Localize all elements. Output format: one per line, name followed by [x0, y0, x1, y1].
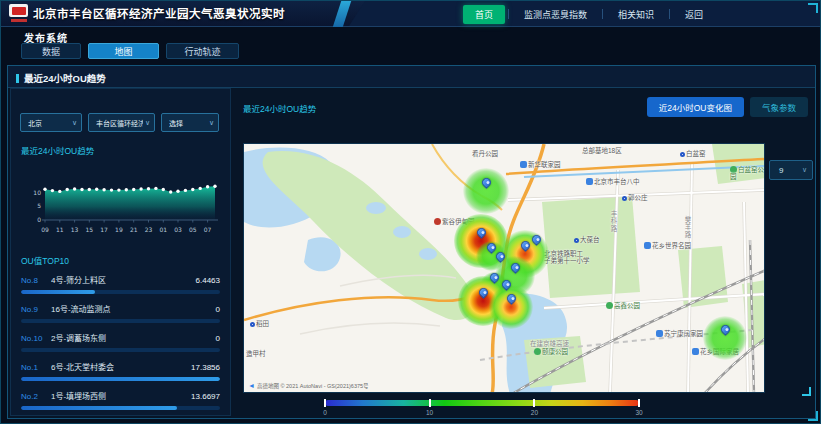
corner-accent-top-right — [808, 3, 818, 13]
bar-fill — [21, 406, 177, 410]
nav-item-2[interactable]: 监测点恶臭指数 — [512, 5, 599, 24]
park-icon — [730, 166, 737, 173]
park-icon — [606, 302, 613, 309]
map-label: 北京市丰台八中 — [586, 178, 640, 185]
map-label: 看丹公园 — [472, 150, 498, 157]
map-section-label: 最近24小时OU趋势 — [243, 102, 316, 114]
svg-text:05: 05 — [189, 226, 197, 233]
metro-station-icon — [574, 238, 579, 243]
map-label: 颐康公园 — [534, 348, 568, 355]
ou-value: 17.3856 — [191, 363, 220, 372]
poi-icon — [520, 161, 527, 168]
map-label: 新华联家园 — [520, 161, 561, 168]
poi-icon — [644, 242, 651, 249]
bar-track — [21, 377, 220, 381]
tab-2[interactable]: 地图 — [88, 43, 159, 59]
ou-value: 0 — [216, 305, 220, 314]
top10-list: No.84号-筛分上料区6.4463No.916号-流动监测点0No.102号-… — [21, 274, 220, 410]
map-label: 苏宁康阔家园 — [656, 330, 703, 337]
tab-1[interactable]: 数据 — [21, 43, 81, 59]
top10-item: No.84号-筛分上料区6.4463 — [21, 274, 220, 294]
poi-red-icon — [434, 218, 441, 225]
colorbar-gradient — [325, 400, 639, 406]
slant-divider — [333, 1, 351, 27]
rank-label: No.8 — [21, 276, 45, 285]
colorbar-tick-label: 10 — [426, 409, 433, 416]
trend-chart-wrap: 0510091113151719212301030507 — [17, 160, 230, 240]
bar-fill — [21, 290, 95, 294]
colorbar-tick-label: 0 — [323, 409, 327, 416]
site-name: 4号-筛分上料区 — [51, 274, 196, 285]
map-label: 白盆窑公园 — [730, 166, 764, 180]
map-label: 大葆台 — [574, 236, 600, 243]
poi-icon — [656, 330, 663, 337]
map-label: 总部基地18区 — [582, 147, 622, 154]
svg-text:21: 21 — [130, 226, 138, 233]
map-label: 稻田 — [250, 320, 269, 327]
site-name: 2号-调蓄场东侧 — [51, 332, 216, 343]
station-select[interactable]: 选择∨ — [161, 113, 219, 132]
park-select[interactable]: 丰台区循环经济产∨ — [88, 113, 155, 132]
heatmap-blob-green — [463, 168, 509, 214]
chevron-down-icon: ∨ — [802, 166, 807, 174]
heatmap-colorbar: 0102030 — [325, 400, 639, 420]
svg-text:17: 17 — [100, 226, 108, 233]
heatmap-blob-orange — [489, 285, 533, 329]
colorbar-tick-label: 30 — [635, 409, 642, 416]
rank-label: No.10 — [21, 334, 45, 343]
metro-station-icon — [250, 322, 255, 327]
heatmap-blob-green — [703, 316, 747, 360]
poi-icon — [692, 348, 699, 355]
bar-track — [21, 348, 220, 352]
ou-value: 0 — [216, 334, 220, 343]
region-select[interactable]: 北京∨ — [20, 113, 82, 132]
colorbar-tick — [429, 399, 431, 407]
corner-accent-bottom-right — [808, 411, 818, 421]
svg-text:03: 03 — [174, 226, 182, 233]
poi-icon — [586, 178, 593, 185]
nav-menu: 首页监测点恶臭指数相关知识返回 — [463, 4, 715, 24]
map-panel: 最近24小时OU趋势 近24小时OU变化图气象参数 — [233, 88, 813, 416]
site-name: 6号-北天堂村委会 — [51, 361, 191, 372]
nav-item-4[interactable]: 返回 — [673, 5, 715, 24]
metro-station-icon — [680, 152, 685, 157]
chevron-down-icon: ∨ — [145, 119, 150, 127]
top10-item: No.916号-流动监测点0 — [21, 303, 220, 323]
map-label: 造甲村 — [246, 350, 266, 357]
top10-item: No.102号-调蓄场东侧0 — [21, 332, 220, 352]
bar-track — [21, 406, 220, 410]
colorbar-tick — [324, 399, 326, 407]
bar-track — [21, 290, 220, 294]
site-name: 16号-流动监测点 — [51, 303, 216, 314]
colorbar-tick — [638, 399, 640, 407]
nav-separator — [508, 9, 509, 19]
metro-station-icon — [622, 196, 627, 201]
panel-title-bar: 最近24小时OU趋势 — [8, 66, 815, 88]
rank-label: No.1 — [21, 363, 45, 372]
svg-text:5: 5 — [37, 202, 41, 209]
filter-row: 北京∨丰台区循环经济产∨选择∨ — [20, 113, 225, 132]
trend-chart: 0510091113151719212301030507 — [17, 160, 225, 240]
map-button-2[interactable]: 气象参数 — [750, 97, 808, 117]
map-attribution: ◄ 高德地图 © 2021 AutoNavi - GS(2021)6375号 — [248, 382, 369, 390]
svg-text:23: 23 — [145, 226, 153, 233]
ou-value: 6.4463 — [196, 276, 220, 285]
chevron-down-icon: ∨ — [209, 119, 214, 127]
nav-separator — [669, 9, 670, 19]
map-label: 白盆窑 — [680, 150, 706, 157]
map-label: 在建京雄高速 — [530, 340, 569, 347]
bar-track — [21, 319, 220, 323]
tab-3[interactable]: 行动轨迹 — [166, 43, 239, 59]
map-button-1[interactable]: 近24小时OU变化图 — [647, 97, 744, 117]
site-name: 1号-填埋场西侧 — [51, 390, 191, 401]
map-canvas[interactable]: 总部基地18区看丹公园新华联家园北京市丰台八中白盆窑白盆窑公园郭公庄大葆台花乡世… — [243, 143, 765, 393]
map-zoom-select[interactable]: 9 ∨ — [769, 160, 813, 180]
map-label: 花乡世界名园 — [644, 242, 691, 249]
nav-item-3[interactable]: 相关知识 — [606, 5, 666, 24]
svg-text:0: 0 — [37, 216, 41, 223]
nav-item-1[interactable]: 首页 — [463, 5, 505, 24]
svg-text:09: 09 — [41, 226, 49, 233]
view-tabs: 数据地图行动轨迹 — [21, 43, 239, 59]
app-logo-icon — [9, 4, 28, 24]
svg-text:07: 07 — [204, 226, 212, 233]
